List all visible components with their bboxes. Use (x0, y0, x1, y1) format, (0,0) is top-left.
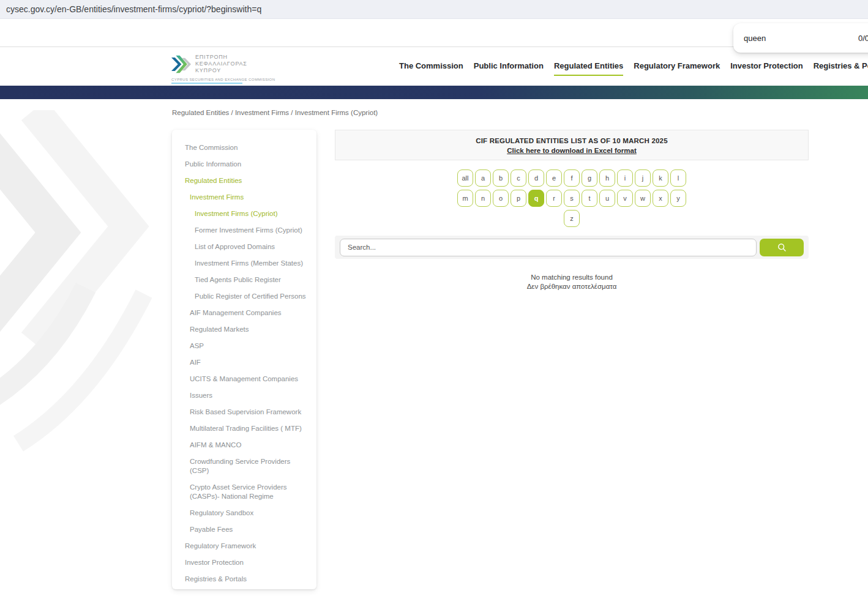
alphabet-row-3: z (564, 210, 580, 227)
alpha-button-o[interactable]: o (493, 190, 509, 207)
sidebar-item-ucits-management-companies[interactable]: UCITS & Management Companies (172, 371, 316, 387)
entities-list-notice: CIF REGULATED ENTITIES LIST AS OF 10 MAR… (335, 130, 809, 160)
alpha-button-c[interactable]: c (511, 169, 526, 187)
alpha-button-v[interactable]: v (617, 190, 633, 207)
sidebar-item-tied-agents-public-register[interactable]: Tied Agents Public Register (172, 272, 316, 288)
alpha-button-p[interactable]: p (511, 190, 526, 207)
nav-item-regulatory-framework[interactable]: Regulatory Framework (634, 61, 720, 76)
sidebar-item-list-of-approved-domains[interactable]: List of Approved Domains (172, 239, 316, 255)
find-in-page-bar[interactable]: queen 0/0 (733, 23, 868, 53)
sidebar-item-crowdfunding-service-providers-csp[interactable]: Crowdfunding Service Providers (CSP) (172, 453, 316, 479)
sidebar-item-investor-protection[interactable]: Investor Protection (172, 554, 316, 571)
alpha-button-r[interactable]: r (546, 190, 562, 207)
cysec-logo[interactable]: ΕΠΙΤΡΟΠΗ ΚΕΦΑΛΑΙΑΓΟΡΑΣ ΚΥΠΡΟΥ CYPRUS SEC… (171, 53, 247, 84)
nav-item-public-information[interactable]: Public Information (474, 61, 544, 76)
breadcrumb[interactable]: Regulated Entities / Investment Firms / … (172, 109, 378, 116)
search-icon (777, 242, 787, 252)
sidebar-item-crypto-asset-service-providers-casps[interactable]: Crypto Asset Service Providers (CASPs)- … (172, 479, 316, 505)
excel-download-link[interactable]: Click here to download in Excel format (507, 147, 637, 154)
nav-item-investor-protection[interactable]: Investor Protection (730, 61, 803, 76)
no-results-en: No matching results found (335, 273, 809, 282)
alpha-button-x[interactable]: x (653, 190, 668, 207)
cysec-logo-chevrons-icon (171, 53, 191, 76)
search-button[interactable] (760, 239, 804, 256)
alpha-button-b[interactable]: b (493, 169, 509, 187)
sidebar-item-issuers[interactable]: Issuers (172, 387, 316, 404)
sidebar-item-aifm-manco[interactable]: AIFM & MANCO (172, 437, 316, 453)
alpha-button-i[interactable]: i (617, 169, 633, 187)
background-watermark (0, 110, 171, 453)
alphabet-row-1: all a b c d e f g h i j k l (457, 169, 686, 187)
sidebar-item-investment-firms[interactable]: Investment Firms (172, 189, 316, 206)
sidebar-item-aif-management-companies[interactable]: AIF Management Companies (172, 305, 316, 321)
logo-wordmark: ΕΠΙΤΡΟΠΗ ΚΕΦΑΛΑΙΑΓΟΡΑΣ ΚΥΠΡΟΥ (195, 53, 247, 74)
alpha-button-g[interactable]: g (582, 169, 597, 187)
sidebar-item-the-commission[interactable]: The Commission (172, 140, 316, 156)
site-header: ΕΠΙΤΡΟΠΗ ΚΕΦΑΛΑΙΑΓΟΡΑΣ ΚΥΠΡΟΥ CYPRUS SEC… (0, 48, 868, 86)
find-query-input[interactable]: queen (744, 34, 766, 43)
alpha-button-j[interactable]: j (635, 169, 651, 187)
sidebar-item-payable-fees[interactable]: Payable Fees (172, 521, 316, 538)
alpha-button-w[interactable]: w (635, 190, 651, 207)
sidebar-navigation: The Commission Public Information Regula… (172, 130, 316, 589)
alpha-button-y[interactable]: y (670, 190, 686, 207)
alpha-button-a[interactable]: a (475, 169, 491, 187)
find-match-count: 0/0 (858, 34, 868, 43)
search-bar (335, 236, 809, 259)
sidebar-item-asp[interactable]: ASP (172, 338, 316, 354)
sidebar-item-regulated-entities[interactable]: Regulated Entities (172, 173, 316, 189)
entities-list-title: CIF REGULATED ENTITIES LIST AS OF 10 MAR… (335, 137, 808, 144)
alpha-button-d[interactable]: d (528, 169, 544, 187)
sidebar-item-regulatory-framework[interactable]: Regulatory Framework (172, 538, 316, 554)
sidebar-item-regulated-markets[interactable]: Regulated Markets (172, 321, 316, 338)
alpha-button-q-active[interactable]: q (528, 190, 544, 207)
alpha-button-e[interactable]: e (546, 169, 562, 187)
nav-item-registries-portals[interactable]: Registries & Portals (814, 61, 868, 76)
sidebar-item-former-investment-firms-cypriot[interactable]: Former Investment Firms (Cypriot) (172, 222, 316, 239)
alpha-button-t[interactable]: t (582, 190, 597, 207)
sidebar-item-aif[interactable]: AIF (172, 354, 316, 371)
alpha-button-l[interactable]: l (670, 169, 686, 187)
alphabet-row-2: m n o p q r s t u v w x y (457, 190, 686, 207)
alpha-button-s[interactable]: s (564, 190, 580, 207)
alpha-button-n[interactable]: n (475, 190, 491, 207)
no-results-el: Δεν βρέθηκαν αποτελέσματα (335, 282, 809, 291)
alpha-button-all[interactable]: all (457, 169, 473, 187)
nav-item-the-commission[interactable]: The Commission (399, 61, 463, 76)
nav-item-regulated-entities[interactable]: Regulated Entities (554, 61, 623, 76)
search-input[interactable] (340, 239, 757, 256)
browser-address-bar[interactable]: cysec.gov.cy/en-GB/entities/investment-f… (0, 0, 868, 19)
main-navigation: The Commission Public Information Regula… (399, 61, 868, 76)
sidebar-item-risk-based-supervision-framework[interactable]: Risk Based Supervision Framework (172, 404, 316, 420)
sidebar-item-registries-portals[interactable]: Registries & Portals (172, 571, 316, 587)
alpha-button-k[interactable]: k (653, 169, 668, 187)
sidebar-item-multilateral-trading-facilities-mtf[interactable]: Multilateral Trading Facilities ( MTF) (172, 420, 316, 437)
sidebar-item-public-information[interactable]: Public Information (172, 156, 316, 173)
sidebar-item-investment-firms-cypriot[interactable]: Investment Firms (Cypriot) (172, 206, 316, 222)
alpha-button-u[interactable]: u (599, 190, 615, 207)
alpha-button-m[interactable]: m (457, 190, 473, 207)
sidebar-item-investment-firms-member-states[interactable]: Investment Firms (Member States) (172, 255, 316, 272)
main-content: CIF REGULATED ENTITIES LIST AS OF 10 MAR… (335, 130, 809, 291)
sidebar-item-regulatory-sandbox[interactable]: Regulatory Sandbox (172, 505, 316, 521)
no-results-message: No matching results found Δεν βρέθηκαν α… (335, 273, 809, 291)
sidebar-item-public-register-of-certified-persons[interactable]: Public Register of Certified Persons (172, 288, 316, 305)
header-gradient-bar (0, 86, 868, 99)
alphabet-filter: all a b c d e f g h i j k l m n o p q r … (335, 169, 809, 227)
alpha-button-f[interactable]: f (564, 169, 580, 187)
alpha-button-z[interactable]: z (564, 210, 580, 227)
page-url[interactable]: cysec.gov.cy/en-GB/entities/investment-f… (6, 4, 261, 14)
logo-subtitle: CYPRUS SECURITIES AND EXCHANGE COMMISSIO… (171, 78, 242, 84)
alpha-button-h[interactable]: h (599, 169, 615, 187)
